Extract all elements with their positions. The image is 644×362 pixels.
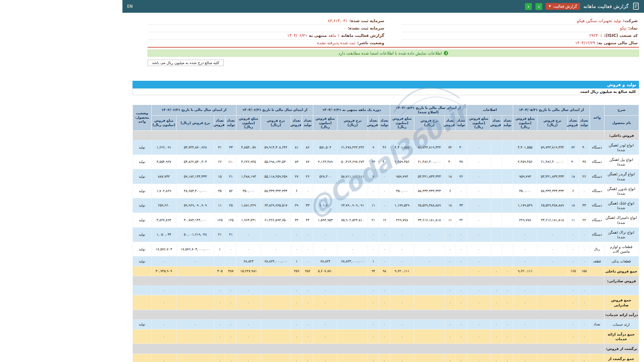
- info-icon: i: [444, 51, 448, 55]
- value-cell: ۰: [313, 319, 337, 329]
- value-cell: ۰: [337, 242, 368, 256]
- value-cell: ۰: [236, 242, 261, 256]
- value-cell: ۰: [579, 242, 590, 256]
- value-cell: ۰: [568, 286, 579, 295]
- value-cell: ۴۳: [368, 155, 379, 169]
- company-info-label: سرمایه ثبت نشده:: [348, 26, 384, 31]
- report-type-dropdown[interactable]: گزارش فعالیت ▼: [546, 3, 580, 10]
- product-name-cell: انواع بلدوزر (همگن شده): [604, 184, 639, 198]
- value-cell: ۰: [225, 329, 236, 344]
- value-cell: ۰: [302, 329, 313, 344]
- nav-back-button[interactable]: ‹: [525, 3, 532, 10]
- value-cell: ۱۲۵: [214, 213, 225, 227]
- section-filler: [133, 130, 604, 140]
- value-cell: ۴,۸۵۳,۰۵۹: [236, 140, 261, 155]
- topbar: گزارش فعالیت ماهانه گزارش فعالیت ▼ › ‹ E…: [122, 0, 644, 13]
- value-cell: ۴۰: [444, 155, 455, 169]
- value-cell: ۶۱,۴۸۶,۴۰۰,۰۰۰: [537, 155, 568, 169]
- column-header: تعداد فروش: [214, 116, 225, 131]
- language-toggle[interactable]: EN: [127, 4, 133, 9]
- status-cell: [133, 295, 152, 310]
- value-cell: ۰: [236, 286, 261, 295]
- product-name-cell: جمع فروش داخلی: [604, 266, 639, 276]
- value-cell: ۷۷: [302, 155, 313, 169]
- value-cell: ۰: [568, 256, 579, 266]
- value-cell: [491, 242, 502, 256]
- value-cell: ۰: [236, 354, 261, 362]
- status-cell: [133, 329, 152, 344]
- value-cell: ۰: [444, 227, 455, 242]
- product-name-cell: ارئه خدمات: [604, 319, 639, 329]
- value-cell: ۰: [444, 329, 455, 344]
- company-info-row: سال مالی منتهی به:۱۴۰۴/۱۲/۲۹: [401, 40, 639, 47]
- value-cell: ۱,۷۰۲,۸۶۹: [151, 184, 176, 198]
- value-cell: ۰: [236, 329, 261, 344]
- section-filler: [133, 310, 604, 319]
- value-cell: ۲۱: [225, 169, 236, 184]
- value-cell: [176, 329, 214, 344]
- value-cell: ۴۸,۶۵۳,۴۰۰,۰۰۰: [176, 184, 214, 198]
- value-cell: ۱,۱۷۹,۵۲۹: [390, 198, 414, 213]
- value-cell: [502, 213, 513, 227]
- company-info-label: سرمایه ثبت شده:: [349, 18, 384, 23]
- column-header: نام محصول: [604, 116, 639, 131]
- value-cell: ۳۳: [455, 198, 467, 213]
- company-info-value: تپکو: [620, 26, 627, 31]
- value-cell: [337, 286, 368, 295]
- value-cell: ۵۰,۰۰۱,۶۱۹,۰۴۸: [176, 227, 214, 242]
- value-cell: ۱۱۰: [225, 155, 236, 169]
- value-cell: ۰: [176, 319, 214, 329]
- value-cell: ۰: [379, 242, 390, 256]
- value-cell: ۰: [467, 256, 491, 266]
- value-cell: ۴,۶۲۲,۹۴۵: [236, 155, 261, 169]
- value-cell: ۰: [291, 242, 302, 256]
- value-cell: ۰: [390, 295, 414, 310]
- value-cell: [502, 140, 513, 155]
- value-cell: [491, 184, 502, 198]
- value-cell: ۱: [214, 242, 225, 256]
- value-cell: ۰: [467, 295, 491, 310]
- company-info-panel: شرکت:تولید تجهیزات سنگین هپکونماد:تپکوکد…: [148, 17, 639, 48]
- value-cell: ۶۱,۲۷۸,۲۲۲,۲۲۲: [337, 140, 368, 155]
- value-cell: ۰: [236, 227, 261, 242]
- value-cell: [414, 266, 445, 276]
- value-cell: ۰: [444, 242, 455, 256]
- value-cell: ۰: [313, 295, 337, 310]
- value-cell: ۴۶: [379, 140, 390, 155]
- product-name-cell: انواع لودر (همگن شده): [604, 140, 639, 155]
- value-cell: ۰: [455, 354, 467, 362]
- value-cell: ۰: [368, 295, 379, 310]
- value-cell: ۵۸,۷۱۱,۱۱۱,۱۱۱: [337, 169, 368, 184]
- value-cell: ۵۵,۶۹۸,۱۳۲,۵۳۰: [261, 155, 291, 169]
- value-cell: ۰: [291, 329, 302, 344]
- value-cell: ۲۶: [579, 169, 590, 184]
- value-cell: ۰: [491, 354, 502, 362]
- value-cell: ۰: [444, 295, 455, 310]
- company-info-label: شرکت:: [623, 18, 638, 23]
- value-cell: ۶۵۹,۶۶۰: [151, 198, 176, 213]
- value-cell: ۶: [444, 184, 455, 198]
- column-header: تعداد فروش: [568, 116, 579, 131]
- value-cell: [261, 329, 291, 344]
- value-cell: ۵۹,۹۶۹,۰۹۰,۹۰۹: [176, 198, 214, 213]
- value-cell: [414, 286, 445, 295]
- value-cell: [337, 295, 368, 310]
- value-cell: ۰: [502, 319, 513, 329]
- value-cell: ۰: [151, 295, 176, 310]
- value-cell: [414, 319, 445, 329]
- value-cell: ۶۳,۷۹۰,۹۰۹,۰۹۱: [337, 198, 368, 213]
- value-cell: ۰: [151, 286, 176, 295]
- value-cell: ۲۵۶: [302, 266, 313, 276]
- value-cell: ۰: [368, 242, 379, 256]
- unit-cell: [590, 354, 604, 362]
- value-cell: ۱۷,۵۷۶,۷۰۳: [151, 242, 176, 256]
- value-cell: ۲۹: [291, 198, 302, 213]
- table-row: جمع فروش صادراتی۰۰۰۰۰۰۰۰۰۰۰۰۰۰۰۰۰۰: [133, 295, 639, 310]
- value-cell: ۰: [537, 227, 568, 242]
- value-cell: ۶۵,۵۲۹,۳۸۸,۸۸۹: [414, 198, 445, 213]
- value-cell: ۰: [379, 169, 390, 184]
- unit-cell: [590, 286, 604, 295]
- value-cell: ۰: [568, 295, 579, 310]
- value-cell: ۰: [337, 227, 368, 242]
- nav-forward-button[interactable]: ›: [535, 3, 542, 10]
